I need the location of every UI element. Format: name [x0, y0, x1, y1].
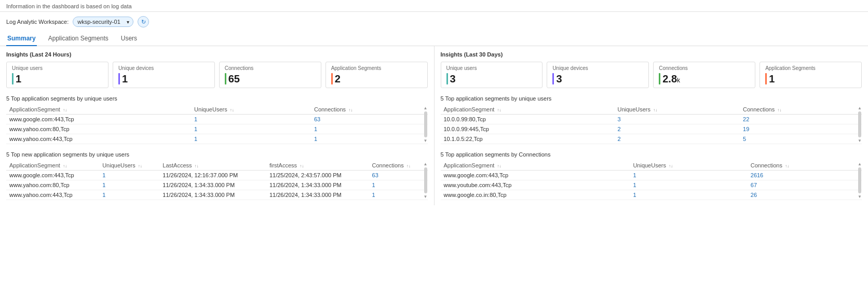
table-row: www.google.com:443,Tcp12616 [441, 171, 862, 180]
r-scroll-up-1[interactable]: ▲ [858, 106, 862, 110]
right-top-by-connections-title: 5 Top application segments by Connection… [441, 151, 862, 158]
table-row: www.yahoo.com:443,Tcp11 [6, 134, 428, 144]
col-last-access-new[interactable]: LastAccess ↑↓ [159, 161, 266, 171]
col-connections-1[interactable]: Connections ↑↓ [311, 105, 428, 115]
users-cell: 1 [630, 190, 747, 200]
col-connections-new[interactable]: Connections ↑↓ [369, 161, 428, 171]
left-metric-bar-0 [12, 73, 13, 84]
right-metric-value-2: 2.8k [662, 74, 680, 84]
tab-application-segments[interactable]: Application Segments [47, 32, 110, 46]
workspace-select-wrapper[interactable]: wksp-security-01 [73, 17, 133, 27]
col-unique-users-1[interactable]: UniqueUsers ↑↓ [191, 105, 311, 115]
table-row: www.yahoo.com:443,Tcp111/26/2024, 1:34:3… [6, 190, 428, 200]
last-access-cell: 11/26/2024, 1:34:33.000 PM [159, 180, 266, 190]
r-col-connections-2[interactable]: Connections ↑↓ [748, 161, 862, 171]
tab-users[interactable]: Users [120, 32, 138, 46]
workspace-select[interactable]: wksp-security-01 [73, 17, 133, 27]
first-access-cell: 11/25/2024, 2:43:57.000 PM [266, 171, 369, 180]
r-col-app-seg-1[interactable]: ApplicationSegment ↑↓ [441, 105, 615, 115]
right-metric-unique-devices-label: Unique devices [552, 65, 643, 71]
scroll-down-1[interactable]: ▼ [424, 138, 428, 143]
r-col-unique-users-1[interactable]: UniqueUsers ↑↓ [614, 105, 740, 115]
left-metric-bar-2 [225, 73, 226, 84]
left-metrics-row: Unique users 1 Unique devices 1 Connecti… [6, 62, 428, 88]
connections-cell: 1 [369, 180, 428, 190]
r-scroll-up-2[interactable]: ▲ [858, 162, 862, 166]
segment-cell: www.google.com:443,Tcp [6, 171, 99, 180]
segment-cell: www.yahoo.com:443,Tcp [6, 134, 191, 144]
users-cell: 1 [191, 115, 311, 124]
connections-cell: 1 [369, 190, 428, 200]
right-top-connections-scrollbar[interactable]: ▲ ▼ [858, 161, 862, 200]
table-row: 10.1.0.5:22,Tcp25 [441, 134, 862, 144]
col-unique-users-new[interactable]: UniqueUsers ↑↓ [99, 161, 159, 171]
tab-summary[interactable]: Summary [6, 32, 37, 46]
scroll-up-1[interactable]: ▲ [424, 106, 428, 110]
left-metric-connections-label: Connections [225, 65, 316, 71]
segment-cell: www.google.co.in:80,Tcp [441, 190, 630, 200]
scroll-down-2[interactable]: ▼ [424, 194, 428, 199]
top-bar: Information in the dashboard is based on… [0, 0, 868, 12]
segment-cell: 10.0.0.99:445,Tcp [441, 124, 615, 134]
first-access-cell: 11/26/2024, 1:34:33.000 PM [266, 190, 369, 200]
scroll-thumb-1 [424, 111, 427, 137]
table-row: www.yahoo.com:80,Tcp111/26/2024, 1:34:33… [6, 180, 428, 190]
left-top-by-users-title: 5 Top application segments by unique use… [6, 95, 428, 102]
right-top-users-scrollbar[interactable]: ▲ ▼ [858, 105, 862, 144]
left-top-new-table: ApplicationSegment ↑↓ UniqueUsers ↑↓ Las… [6, 161, 428, 200]
left-metric-unique-devices: Unique devices 1 [113, 62, 215, 88]
main-content: Insights (Last 24 Hours) Unique users 1 … [0, 46, 868, 205]
r-col-app-seg-2[interactable]: ApplicationSegment ↑↓ [441, 161, 630, 171]
col-app-seg-new[interactable]: ApplicationSegment ↑↓ [6, 161, 99, 171]
right-metric-value-3: 1 [769, 74, 775, 84]
left-metric-unique-devices-label: Unique devices [118, 65, 209, 71]
right-top-by-connections-table: ApplicationSegment ↑↓ UniqueUsers ↑↓ Con… [441, 161, 862, 200]
left-metric-value-0: 1 [16, 74, 21, 84]
left-top-users-scrollbar[interactable]: ▲ ▼ [424, 105, 428, 144]
left-top-new-title: 5 Top new application segments by unique… [6, 151, 428, 158]
connections-cell: 67 [748, 180, 862, 190]
right-metric-app-segments-label: Application Segments [765, 65, 856, 71]
right-metrics-row: Unique users 3 Unique devices 3 Connecti… [441, 62, 862, 88]
r-scroll-down-2[interactable]: ▼ [858, 194, 862, 199]
refresh-button[interactable]: ↻ [138, 16, 149, 27]
sort-icon-1: ↑↓ [63, 108, 67, 112]
r-sort-4: ↑↓ [497, 164, 501, 168]
connections-cell: 19 [740, 124, 862, 134]
left-top-new-table-container: ApplicationSegment ↑↓ UniqueUsers ↑↓ Las… [6, 161, 428, 200]
right-top-by-connections-table-wrapper: ApplicationSegment ↑↓ UniqueUsers ↑↓ Con… [441, 161, 862, 200]
workspace-bar: Log Analytic Workspace: wksp-security-01… [0, 12, 868, 32]
users-cell: 1 [191, 134, 311, 144]
right-top-by-users-title: 5 Top application segments by unique use… [441, 95, 862, 102]
r-col-connections-1[interactable]: Connections ↑↓ [740, 105, 862, 115]
users-cell: 1 [99, 171, 159, 180]
right-metric-connections-label: Connections [659, 65, 750, 71]
left-metric-app-segments-label: Application Segments [331, 65, 422, 71]
sort-icon-3: ↑↓ [348, 108, 352, 112]
col-first-access-new[interactable]: firstAccess ↑↓ [266, 161, 369, 171]
sort-icon-8: ↑↓ [406, 164, 411, 168]
right-metric-unique-users: Unique users 3 [441, 62, 543, 88]
col-app-seg-1[interactable]: ApplicationSegment ↑↓ [6, 105, 191, 115]
left-new-scrollbar[interactable]: ▲ ▼ [424, 161, 428, 200]
first-access-cell: 11/26/2024, 1:34:33.000 PM [266, 180, 369, 190]
r-scroll-down-1[interactable]: ▼ [858, 138, 862, 143]
left-metric-value-1: 1 [122, 74, 128, 84]
scroll-thumb-2 [424, 167, 427, 193]
right-metric-unique-devices: Unique devices 3 [547, 62, 649, 88]
table-row: www.google.com:443,Tcp111/26/2024, 12:16… [6, 171, 428, 180]
segment-cell: www.yahoo.com:80,Tcp [6, 124, 191, 134]
right-top-by-users-table-container: ApplicationSegment ↑↓ UniqueUsers ↑↓ Con… [441, 105, 862, 144]
connections-cell: 1 [311, 134, 428, 144]
left-metric-value-3: 2 [335, 74, 341, 84]
users-cell: 1 [99, 180, 159, 190]
segment-cell: 10.0.0.99:80,Tcp [441, 115, 615, 124]
segment-cell: www.google.com:443,Tcp [441, 171, 630, 180]
scroll-up-2[interactable]: ▲ [424, 162, 428, 166]
r-col-unique-users-2[interactable]: UniqueUsers ↑↓ [630, 161, 747, 171]
right-metric-connections: Connections 2.8k [653, 62, 755, 88]
right-metric-value-0: 3 [450, 74, 456, 84]
r-sort-5: ↑↓ [669, 164, 673, 168]
workspace-label: Log Analytic Workspace: [6, 19, 69, 25]
r-scroll-thumb-2 [858, 167, 861, 193]
